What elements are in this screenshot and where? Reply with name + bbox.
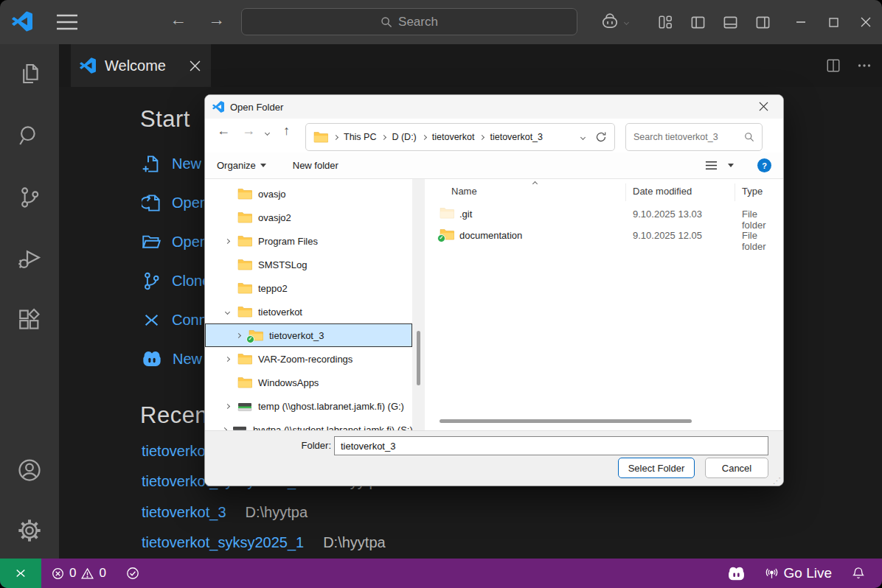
go-live-label: Go Live [784, 565, 832, 581]
network-drive-icon [232, 424, 247, 430]
view-dropdown-caret-icon[interactable] [728, 164, 734, 167]
cancel-button[interactable]: Cancel [705, 458, 768, 478]
folder-tree: ovasjo ovasjo2 Program Files SMSTSLog te… [205, 179, 412, 430]
more-actions-icon[interactable] [857, 58, 872, 73]
file-date: 9.10.2025 13.03 [633, 209, 702, 220]
warning-icon [81, 567, 94, 580]
start-heading: Start [140, 106, 190, 133]
tree-item-var-zoom-recordings[interactable]: VAR-Zoom-recordings [205, 347, 412, 371]
open-folder-dialog: Open Folder ← → ↑ This PC D (D:) tietove… [204, 94, 784, 486]
recent-item[interactable]: tietoverkot_3 D:\hyytpa [142, 504, 308, 525]
source-control-icon[interactable] [0, 175, 59, 220]
chevron-down-icon [224, 309, 229, 314]
tree-item-tietoverkot-3-selected[interactable]: ✓tietoverkot_3 [205, 323, 412, 347]
close-tab-icon[interactable] [190, 60, 201, 71]
address-bar[interactable]: This PC D (D:) tietoverkot tietoverkot_3 [305, 123, 615, 151]
extensions-icon[interactable] [0, 298, 59, 342]
tree-item-label: tietoverkot [258, 307, 302, 318]
new-folder-button[interactable]: New folder [293, 160, 338, 171]
tree-item-teppo2[interactable]: teppo2 [205, 276, 412, 300]
status-bar: 0 0 Go Live [0, 559, 882, 588]
nav-up-icon[interactable]: ↑ [283, 123, 290, 139]
tree-item-label: tietoverkot_3 [269, 330, 324, 341]
breadcrumb-tietoverkot[interactable]: tietoverkot [432, 132, 475, 142]
nav-history-chevron-icon[interactable] [265, 130, 270, 136]
maximize-button[interactable] [817, 0, 850, 44]
tree-item-program-files[interactable]: Program Files [205, 229, 412, 253]
back-arrow-icon[interactable]: ← [170, 10, 187, 29]
address-dropdown-icon[interactable] [580, 134, 586, 139]
list-view-icon[interactable] [705, 160, 718, 171]
tree-item-hyytpa-drive[interactable]: hyytpa (\\student.labranet.jamk.fi) (S:) [205, 418, 412, 430]
file-row-documentation[interactable]: ✓ documentation 9.10.2025 12.05 File fol… [425, 225, 783, 247]
copilot-status-icon[interactable] [727, 564, 746, 583]
notifications-bell-icon[interactable] [851, 566, 866, 581]
forward-arrow-icon[interactable]: → [208, 10, 225, 29]
column-type[interactable]: Type [742, 186, 763, 197]
run-debug-icon[interactable] [0, 237, 59, 281]
breadcrumb-tietoverkot-3[interactable]: tietoverkot_3 [490, 132, 543, 142]
copilot-menu[interactable] [600, 13, 628, 32]
breadcrumb-drive[interactable]: D (D:) [392, 132, 416, 142]
file-row-git[interactable]: .git 9.10.2025 13.03 File folder [425, 204, 783, 225]
minimize-button[interactable] [785, 0, 817, 44]
tree-item-tietoverkot[interactable]: tietoverkot [205, 300, 412, 323]
activity-bar [0, 44, 59, 559]
menu-icon[interactable] [56, 13, 78, 32]
dialog-close-button[interactable] [749, 95, 777, 118]
close-window-button[interactable] [850, 0, 882, 44]
folder-icon [237, 211, 252, 223]
toggle-primary-sidebar-button[interactable] [681, 0, 714, 44]
accounts-icon[interactable] [0, 448, 59, 492]
breadcrumb-chevron-icon [381, 134, 386, 139]
tab-welcome[interactable]: Welcome [71, 44, 211, 87]
recent-name[interactable]: tietoverkot [142, 443, 209, 460]
refresh-icon[interactable] [595, 131, 607, 143]
tree-item-label: Program Files [258, 236, 318, 247]
organize-menu[interactable]: Organize [217, 160, 266, 171]
column-name[interactable]: Name [451, 186, 477, 197]
help-icon[interactable]: ? [757, 158, 771, 172]
folder-icon [237, 353, 252, 365]
toggle-secondary-sidebar-button[interactable] [746, 0, 779, 44]
toggle-panel-button[interactable] [714, 0, 746, 44]
search-icon [744, 132, 754, 142]
tree-item-ovasjo2[interactable]: ovasjo2 [205, 206, 412, 229]
go-live-button[interactable]: Go Live [765, 565, 832, 581]
remote-indicator[interactable] [0, 559, 41, 588]
split-editor-icon[interactable] [826, 58, 841, 73]
tab-label: Welcome [105, 57, 181, 74]
breadcrumb-chevron-icon [333, 134, 338, 139]
horizontal-scrollbar-thumb[interactable] [440, 419, 692, 423]
dialog-search-box[interactable]: Search tietoverkot_3 [625, 123, 763, 151]
copilot-icon [600, 13, 619, 32]
organize-label: Organize [217, 160, 256, 171]
folder-name-input[interactable] [334, 436, 768, 455]
sort-ascending-icon [532, 181, 538, 186]
nav-forward-icon[interactable]: → [242, 123, 255, 139]
recent-item[interactable]: tietoverkot_syksy2025_1 D:\hyytpa [142, 534, 386, 555]
command-center-search[interactable]: Search [241, 8, 577, 35]
recent-name[interactable]: tietoverkot_syksy2025_1 [142, 534, 304, 551]
folder-icon [237, 282, 252, 294]
select-folder-button[interactable]: Select Folder [618, 458, 695, 478]
customize-layout-button[interactable] [649, 0, 681, 44]
check-circle-icon[interactable] [126, 567, 139, 580]
tree-scrollbar[interactable] [412, 179, 425, 430]
explorer-icon[interactable] [0, 52, 59, 96]
breadcrumb-this-pc[interactable]: This PC [344, 132, 376, 142]
problems-status[interactable]: 0 0 [52, 559, 139, 588]
tree-item-ovasjo[interactable]: ovasjo [205, 182, 412, 206]
tree-item-windowsapps[interactable]: WindowsApps [205, 371, 412, 394]
column-date-modified[interactable]: Date modified [633, 186, 692, 197]
dialog-title: Open Folder [230, 102, 283, 113]
recent-name[interactable]: tietoverkot_3 [142, 504, 226, 521]
chevron-right-icon [235, 332, 240, 337]
nav-back-icon[interactable]: ← [217, 123, 230, 139]
settings-gear-icon[interactable] [0, 508, 59, 553]
search-sidebar-icon[interactable] [0, 113, 59, 158]
tree-item-smstslog[interactable]: SMSTSLog [205, 253, 412, 276]
tree-item-temp-drive[interactable]: temp (\\ghost.labranet.jamk.fi) (G:) [205, 394, 412, 418]
resize-grip[interactable]: ⋰ [773, 476, 781, 486]
scrollbar-thumb[interactable] [417, 331, 420, 385]
